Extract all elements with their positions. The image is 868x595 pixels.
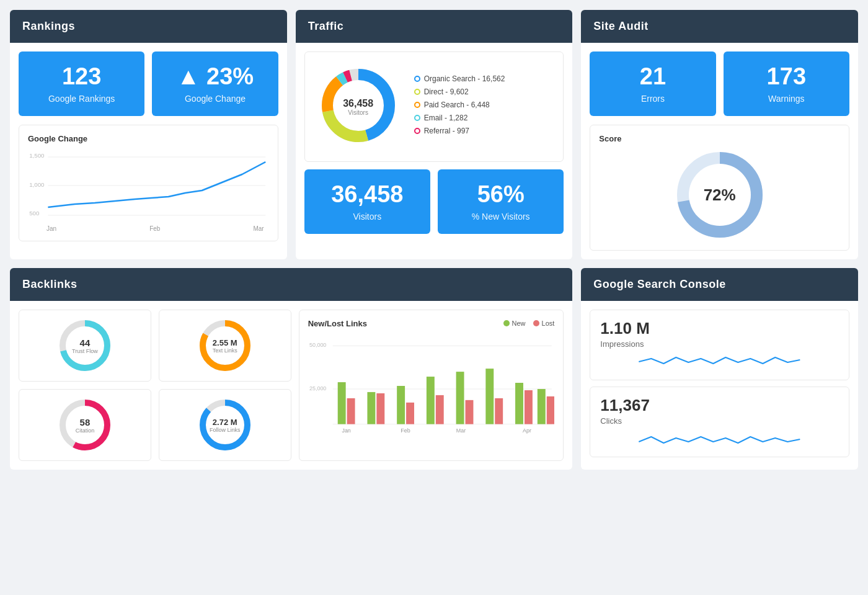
rankings-body: 123 Google Rankings ▲ 23% Google Change … — [10, 43, 287, 250]
traffic-header: Traffic — [296, 10, 573, 43]
gsc-header: Google Search Console — [581, 268, 858, 301]
rankings-section: Rankings 123 Google Rankings ▲ 23% Googl… — [10, 10, 287, 259]
referral-label: Referral - 997 — [424, 127, 469, 135]
donut-sub: Visitors — [343, 109, 373, 116]
google-change-num: ▲ 23% — [162, 64, 268, 90]
svg-text:500: 500 — [29, 210, 39, 217]
lost-label: Lost — [542, 320, 555, 327]
svg-rect-31 — [367, 392, 375, 424]
trust-flow-num: 44 — [72, 337, 98, 347]
errors-num: 21 — [600, 64, 706, 90]
trust-flow-center: 44 Trust Flow — [72, 337, 98, 354]
svg-rect-29 — [337, 382, 345, 424]
dashboard: Rankings 123 Google Rankings ▲ 23% Googl… — [10, 10, 858, 470]
gsc-section: Google Search Console 1.10 M Impressions… — [581, 268, 858, 470]
citation-center: 58 Citation — [76, 416, 95, 433]
svg-text:1,500: 1,500 — [29, 153, 44, 159]
x-axis: Jan Feb Mar — [28, 223, 269, 232]
paid-dot — [414, 102, 420, 108]
citation-label: Citation — [76, 427, 95, 433]
google-rankings-card: 123 Google Rankings — [19, 51, 144, 116]
warnings-label: Warnings — [733, 94, 839, 104]
svg-rect-39 — [485, 369, 494, 424]
bar-legend: New Lost — [503, 320, 555, 327]
legend-referral: Referral - 997 — [414, 127, 554, 135]
legend-email: Email - 1,282 — [414, 114, 554, 122]
donut-center: 36,458 Visitors — [343, 98, 373, 116]
mini-donuts-left: 44 Trust Flow 58 Citation — [19, 310, 151, 461]
warnings-card: 173 Warnings — [724, 51, 849, 116]
backlinks-header: Backlinks — [10, 268, 572, 301]
google-change-card: ▲ 23% Google Change — [152, 51, 278, 116]
x-label-mar: Mar — [253, 225, 264, 232]
svg-rect-30 — [347, 398, 355, 424]
lost-legend: Lost — [533, 320, 555, 327]
svg-text:Jan: Jan — [342, 427, 350, 433]
traffic-body: 36,458 Visitors Organic Search - 16,562 … — [296, 43, 573, 243]
new-label: New — [512, 320, 526, 327]
text-links-donut: 2.55 M Text Links — [197, 318, 253, 374]
text-links-center: 2.55 M Text Links — [213, 338, 237, 353]
svg-rect-41 — [515, 383, 523, 424]
visitors-num: 36,458 — [314, 182, 420, 208]
organic-label: Organic Search - 16,562 — [424, 74, 505, 83]
lost-dot — [533, 320, 539, 326]
errors-label: Errors — [600, 94, 706, 104]
paid-label: Paid Search - 6,448 — [424, 101, 490, 109]
follow-links-card: 2.72 M Follow Links — [159, 389, 291, 461]
clicks-wave — [600, 429, 839, 448]
svg-rect-38 — [465, 400, 473, 424]
new-visitors-card: 56% % New Visitors — [438, 169, 564, 234]
citation-card: 58 Citation — [19, 389, 151, 461]
score-donut-wrap: 72% — [673, 148, 766, 241]
referral-dot — [414, 128, 420, 134]
citation-num: 58 — [76, 416, 95, 427]
google-rankings-label: Google Rankings — [29, 94, 135, 104]
svg-text:Feb: Feb — [401, 427, 410, 433]
clicks-metric: 11,367 Clicks — [590, 387, 849, 457]
svg-text:50,000: 50,000 — [309, 342, 326, 348]
traffic-legend: Organic Search - 16,562 Direct - 9,602 P… — [414, 74, 554, 140]
donut-num: 36,458 — [343, 98, 373, 109]
rankings-header: Rankings — [10, 10, 287, 43]
svg-rect-32 — [376, 393, 384, 424]
trust-flow-card: 44 Trust Flow — [19, 310, 151, 382]
new-dot — [503, 320, 510, 326]
impressions-num: 1.10 M — [600, 319, 839, 338]
svg-rect-35 — [427, 377, 435, 424]
svg-rect-40 — [495, 398, 503, 424]
score-card: Score 72% — [590, 125, 849, 251]
text-links-label: Text Links — [213, 347, 237, 353]
svg-rect-36 — [435, 395, 443, 424]
new-visitors-num: 56% — [448, 182, 554, 208]
clicks-num: 11,367 — [600, 396, 839, 415]
visitors-card: 36,458 Visitors — [304, 169, 430, 234]
x-label-feb: Feb — [149, 225, 160, 232]
trust-flow-label: Trust Flow — [72, 347, 98, 354]
direct-label: Direct - 9,602 — [424, 87, 469, 96]
score-percent: 72% — [704, 185, 736, 204]
svg-rect-37 — [456, 372, 464, 424]
line-chart: 1,500 1,000 500 — [28, 148, 269, 223]
organic-dot — [414, 76, 420, 82]
follow-links-num: 2.72 M — [210, 417, 241, 426]
text-links-num: 2.55 M — [213, 338, 237, 347]
svg-rect-43 — [537, 389, 545, 424]
visitors-label: Visitors — [314, 212, 420, 221]
score-title: Score — [599, 134, 621, 143]
gsc-body: 1.10 M Impressions 11,367 Clicks — [581, 301, 858, 466]
google-rankings-num: 123 — [29, 64, 135, 90]
legend-paid: Paid Search - 6,448 — [414, 101, 554, 109]
audit-cards: 21 Errors 173 Warnings — [590, 51, 849, 116]
svg-rect-34 — [406, 403, 414, 424]
backlinks-body: 44 Trust Flow 58 Citation — [10, 301, 572, 470]
site-audit-section: Site Audit 21 Errors 173 Warnings Score — [581, 10, 858, 259]
site-audit-body: 21 Errors 173 Warnings Score — [581, 43, 858, 259]
svg-rect-42 — [525, 390, 533, 424]
email-dot — [414, 115, 420, 121]
warnings-num: 173 — [733, 64, 839, 90]
impressions-label: Impressions — [600, 339, 839, 349]
trust-flow-donut: 44 Trust Flow — [57, 318, 113, 374]
text-links-card: 2.55 M Text Links — [159, 310, 291, 382]
traffic-donut-wrap: 36,458 Visitors — [315, 62, 402, 151]
